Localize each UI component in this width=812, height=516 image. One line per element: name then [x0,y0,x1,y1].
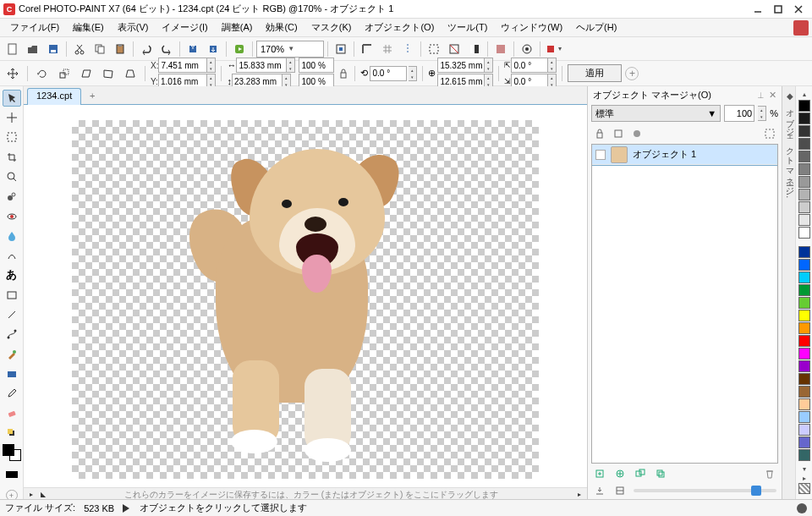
menu-object[interactable]: オブジェクト(O) [358,19,441,36]
shadow-tool[interactable] [3,425,21,441]
color-swatch[interactable] [3,444,21,460]
palette-swatch[interactable] [798,297,810,309]
menu-help[interactable]: ヘルプ(H) [569,19,623,36]
palette-swatch[interactable] [798,335,810,347]
zoom-combo[interactable]: 170%▼ [256,41,324,58]
pos-x-spinner[interactable]: ▴▾ [207,58,216,73]
palette-swatch[interactable] [798,125,810,137]
palette-swatch[interactable] [798,259,810,271]
rectangle-tool[interactable] [3,287,21,303]
palette-swatch[interactable] [798,246,810,258]
palette-swatch[interactable] [798,138,810,150]
palette-swatch[interactable] [798,176,810,188]
record-icon[interactable] [797,503,807,513]
palette-swatch[interactable] [798,436,810,448]
export-button[interactable] [204,40,222,58]
effect-tool[interactable] [3,248,21,264]
combine-button[interactable] [613,484,627,497]
options-button[interactable] [518,40,536,58]
showrulers-button[interactable] [358,40,376,58]
user-icon[interactable] [793,20,809,36]
palette-swatch[interactable] [798,272,810,283]
palette-swatch[interactable] [798,411,810,423]
new-group-button[interactable] [634,467,647,480]
pin-panel-button[interactable]: ⟂ [758,90,764,100]
add-preset-button[interactable]: + [625,67,639,80]
palette-swatch[interactable] [798,284,810,296]
open-button[interactable] [24,40,42,58]
palette-swatch[interactable] [798,424,810,436]
close-button[interactable] [788,2,809,17]
clip-layer-button[interactable] [612,127,625,140]
palette-swatch[interactable] [798,214,810,226]
palette-none-swatch[interactable] [798,483,810,494]
distort-icon[interactable] [99,64,118,83]
perspective-icon[interactable] [121,64,140,83]
undo-button[interactable] [137,40,156,58]
image-object-dog[interactable] [156,124,427,462]
palette-swatch[interactable] [798,310,810,321]
palette-swatch[interactable] [798,163,810,175]
menu-edit[interactable]: 編集(E) [66,19,111,36]
fill-color[interactable] [6,471,18,479]
menu-tools[interactable]: ツール(T) [441,19,494,36]
close-panel-button[interactable]: ✕ [769,90,776,101]
palette-swatch[interactable] [798,373,810,385]
palette-swatch[interactable] [798,348,810,360]
skew-x-input[interactable] [511,58,548,73]
add-document-tab[interactable]: + [85,88,100,103]
redo-button[interactable] [157,40,176,58]
blend-mode-combo[interactable]: 標準▼ [591,105,721,122]
menu-file[interactable]: ファイル(F) [3,19,66,36]
redeye-tool[interactable] [3,208,21,224]
pick-tool[interactable] [3,90,21,107]
menu-effects[interactable]: 効果(C) [259,19,304,36]
mask-button[interactable] [425,40,443,58]
palette-swatch[interactable] [798,398,810,410]
delete-layer-button[interactable] [763,467,776,480]
skew-icon[interactable] [77,64,96,83]
line-tool[interactable] [3,306,21,322]
eraser-tool[interactable] [3,405,21,421]
fullscreen-button[interactable] [332,40,350,58]
minimize-button[interactable] [748,2,768,17]
layer-visibility-toggle[interactable] [595,150,606,160]
opacity-input[interactable] [724,105,754,122]
play-icon[interactable] [123,504,131,513]
paste-button[interactable] [111,40,129,58]
pos-x-input[interactable] [158,58,207,73]
move-tool[interactable] [3,110,21,126]
new-from-mask-button[interactable] [763,127,776,140]
lock-ratio-button[interactable] [337,68,349,80]
palette-swatch[interactable] [798,386,810,398]
palette-swatch[interactable] [798,189,810,200]
save-button[interactable] [44,40,63,58]
palette-swatch[interactable] [798,151,810,162]
palette-swatch[interactable] [798,100,810,112]
scroll-left[interactable]: ▸ [27,491,36,499]
launch-button[interactable] [230,40,249,58]
lock-layer-button[interactable] [593,127,606,140]
palette-swatch[interactable] [798,322,810,334]
layer-item[interactable]: オブジェクト 1 [592,145,777,165]
path-tool[interactable] [3,327,21,343]
invertmask-button[interactable] [465,40,484,58]
eyedropper-tool[interactable] [3,385,21,401]
fill-tool[interactable] [3,365,21,382]
thumbnail-size-slider[interactable] [634,489,776,492]
palette-menu[interactable]: ▸ [799,474,809,483]
docker-tab-strip[interactable]: ◆ オブジェクト マネージ… [782,86,795,501]
menu-mask[interactable]: マスク(K) [304,19,359,36]
launch-app-button[interactable]: ▾ [544,40,562,58]
palette-swatch[interactable] [798,113,810,124]
showgrid-button[interactable] [378,40,397,58]
mask-rect-tool[interactable] [3,129,21,145]
import-button[interactable] [184,40,202,58]
center-x-input[interactable] [437,58,485,73]
rotate-icon[interactable] [33,64,52,83]
center-x-spinner[interactable]: ▴▾ [485,58,493,73]
mask-mode-button[interactable] [630,127,644,140]
rotation-input[interactable] [370,66,407,81]
maximize-button[interactable] [768,2,788,17]
new-button[interactable] [3,40,22,58]
